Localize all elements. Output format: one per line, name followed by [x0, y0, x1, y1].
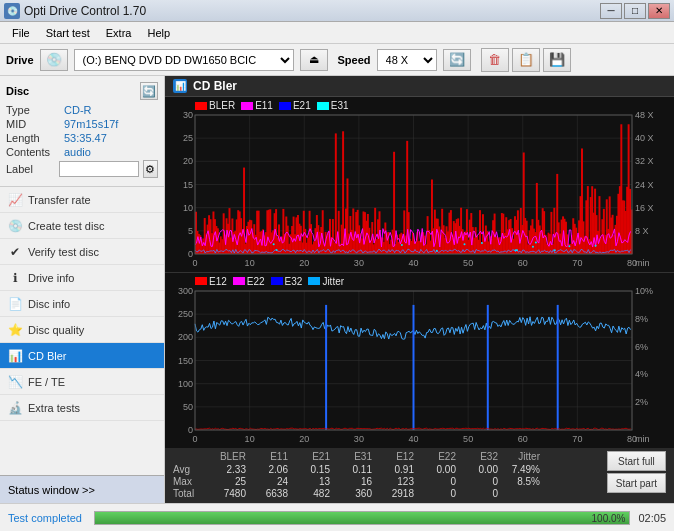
status-window-bar[interactable]: Status window >>	[0, 475, 164, 503]
stats-avg-jitter: 7.49%	[502, 464, 544, 475]
stats-total-e21: 482	[292, 488, 334, 499]
eject-button[interactable]: ⏏	[300, 49, 328, 71]
chart-bottom: E12E22E32Jitter	[165, 272, 674, 448]
sidebar-item-extra-tests[interactable]: 🔬 Extra tests	[0, 395, 164, 421]
content-area: 📊 CD Bler BLERE11E21E31 E12E22E32Jitter	[165, 76, 674, 503]
disc-refresh-button[interactable]: 🔄	[140, 82, 158, 100]
top-legend-label-3: E31	[331, 100, 349, 111]
top-legend-item-0: BLER	[195, 100, 235, 111]
stats-header-bler: BLER	[208, 451, 250, 462]
stats-total-e32: 0	[460, 488, 502, 499]
drive-info-icon: ℹ	[8, 271, 22, 285]
cd-bler-icon: 📊	[8, 349, 22, 363]
top-legend-label-1: E11	[255, 100, 273, 111]
bottom-legend-item-0: E12	[195, 276, 227, 287]
stats-max-bler: 25	[208, 476, 250, 487]
sidebar-item-disc-quality-label: Disc quality	[28, 324, 84, 336]
start-part-button[interactable]: Start part	[607, 473, 666, 493]
save-button[interactable]: 💾	[543, 48, 571, 72]
stats-header-e11: E11	[250, 451, 292, 462]
stats-max-e21: 13	[292, 476, 334, 487]
menu-start-test[interactable]: Start test	[38, 25, 98, 41]
stats-total-label: Total	[173, 488, 208, 499]
create-test-disc-icon: 💿	[8, 219, 22, 233]
sidebar-item-disc-quality[interactable]: ⭐ Disc quality	[0, 317, 164, 343]
menu-help[interactable]: Help	[139, 25, 178, 41]
bottom-legend-item-3: Jitter	[308, 276, 344, 287]
disc-type-val: CD-R	[64, 104, 92, 116]
drive-select[interactable]: (O:) BENQ DVD DD DW1650 BCIC	[74, 49, 294, 71]
disc-label-row: Label ⚙	[6, 160, 158, 178]
erase-button[interactable]: 🗑	[481, 48, 509, 72]
sidebar-item-verify-test-disc-label: Verify test disc	[28, 246, 99, 258]
sidebar-item-disc-info[interactable]: 📄 Disc info	[0, 291, 164, 317]
sidebar: Disc 🔄 Type CD-R MID 97m15s17f Length 53…	[0, 76, 165, 503]
bottom-status-bar: Test completed 100.0% 02:05	[0, 503, 674, 531]
stats-avg-e32: 0.00	[460, 464, 502, 475]
minimize-button[interactable]: ─	[600, 3, 622, 19]
chart-top-canvas	[165, 97, 674, 272]
start-full-button[interactable]: Start full	[607, 451, 666, 471]
main-area: Disc 🔄 Type CD-R MID 97m15s17f Length 53…	[0, 76, 674, 503]
sidebar-item-create-test-disc[interactable]: 💿 Create test disc	[0, 213, 164, 239]
stats-total-jitter	[502, 488, 544, 499]
disc-title: Disc	[6, 85, 29, 97]
stats-total-e11: 6638	[250, 488, 292, 499]
top-legend-label-2: E21	[293, 100, 311, 111]
stats-buttons: Start full Start part	[607, 451, 666, 493]
disc-label-input[interactable]	[59, 161, 139, 177]
elapsed-time: 02:05	[638, 512, 666, 524]
sidebar-item-disc-info-label: Disc info	[28, 298, 70, 310]
disc-panel: Disc 🔄 Type CD-R MID 97m15s17f Length 53…	[0, 76, 164, 187]
menu-file[interactable]: File	[4, 25, 38, 41]
sidebar-item-fe-te[interactable]: 📉 FE / TE	[0, 369, 164, 395]
disc-length-val: 53:35.47	[64, 132, 107, 144]
sidebar-item-drive-info[interactable]: ℹ Drive info	[0, 265, 164, 291]
bottom-legend: E12E22E32Jitter	[195, 276, 344, 287]
sidebar-item-verify-test-disc[interactable]: ✔ Verify test disc	[0, 239, 164, 265]
stats-max-jitter: 8.5%	[502, 476, 544, 487]
disc-length-key: Length	[6, 132, 64, 144]
stats-total-row: Total 7480 6638 482 360 2918 0 0	[173, 488, 603, 499]
maximize-button[interactable]: □	[624, 3, 646, 19]
disc-info-icon: 📄	[8, 297, 22, 311]
stats-header-jitter: Jitter	[502, 451, 544, 462]
stats-max-e32: 0	[460, 476, 502, 487]
drive-action-icons: 🗑 📋 💾	[481, 48, 571, 72]
sidebar-item-create-test-disc-label: Create test disc	[28, 220, 104, 232]
disc-mid-row: MID 97m15s17f	[6, 118, 158, 130]
stats-avg-e22: 0.00	[418, 464, 460, 475]
close-button[interactable]: ✕	[648, 3, 670, 19]
top-legend-item-2: E21	[279, 100, 311, 111]
sidebar-item-fe-te-label: FE / TE	[28, 376, 65, 388]
drive-bar: Drive 💿 (O:) BENQ DVD DD DW1650 BCIC ⏏ S…	[0, 44, 674, 76]
disc-header: Disc 🔄	[6, 82, 158, 100]
chart-wrapper: BLERE11E21E31 E12E22E32Jitter	[165, 97, 674, 447]
sidebar-item-transfer-rate[interactable]: 📈 Transfer rate	[0, 187, 164, 213]
speed-label: Speed	[338, 54, 371, 66]
chart-icon: 📊	[173, 79, 187, 93]
sidebar-item-cd-bler[interactable]: 📊 CD Bler	[0, 343, 164, 369]
stats-area: BLER E11 E21 E31 E12 E22 E32 Jitter Avg …	[165, 447, 674, 503]
disc-mid-val: 97m15s17f	[64, 118, 118, 130]
disc-contents-row: Contents audio	[6, 146, 158, 158]
stats-right-area: BLER E11 E21 E31 E12 E22 E32 Jitter Avg …	[173, 451, 666, 500]
stats-avg-row: Avg 2.33 2.06 0.15 0.11 0.91 0.00 0.00 7…	[173, 464, 603, 475]
stats-total-bler: 7480	[208, 488, 250, 499]
title-bar: 💿 Opti Drive Control 1.70 ─ □ ✕	[0, 0, 674, 22]
stats-header-e12: E12	[376, 451, 418, 462]
menu-extra[interactable]: Extra	[98, 25, 140, 41]
copy-button[interactable]: 📋	[512, 48, 540, 72]
stats-max-e11: 24	[250, 476, 292, 487]
top-legend-item-1: E11	[241, 100, 273, 111]
disc-type-key: Type	[6, 104, 64, 116]
disc-quality-icon: ⭐	[8, 323, 22, 337]
refresh-button[interactable]: 🔄	[443, 49, 471, 71]
stats-total-e22: 0	[418, 488, 460, 499]
label-gear-button[interactable]: ⚙	[143, 160, 158, 178]
bottom-legend-label-3: Jitter	[322, 276, 344, 287]
stats-avg-label: Avg	[173, 464, 208, 475]
app-title: Opti Drive Control 1.70	[24, 4, 146, 18]
speed-select[interactable]: 48 X	[377, 49, 437, 71]
fe-te-icon: 📉	[8, 375, 22, 389]
